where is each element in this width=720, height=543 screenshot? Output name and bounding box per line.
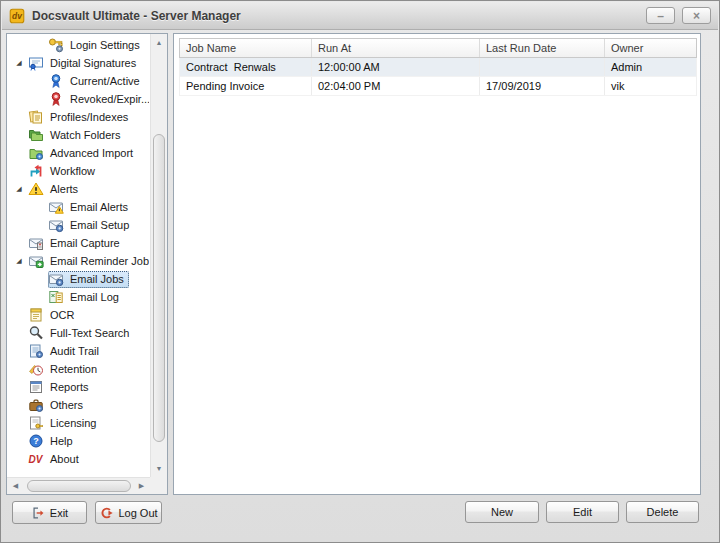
sidebar-item-label: Email Setup bbox=[68, 218, 131, 232]
sidebar-item-help[interactable]: Help bbox=[8, 432, 149, 450]
sidebar-item-audit-trail[interactable]: Audit Trail bbox=[8, 342, 149, 360]
expander-icon[interactable]: ◢ bbox=[10, 252, 28, 270]
sidebar-item-label: Login Settings bbox=[68, 38, 142, 52]
sidebar-item-body: Workflow bbox=[28, 163, 100, 180]
logout-button[interactable]: Log Out bbox=[95, 501, 162, 524]
column-header-owner[interactable]: Owner bbox=[605, 39, 696, 57]
sidebar-item-label: Alerts bbox=[48, 182, 80, 196]
vertical-scroll-thumb[interactable] bbox=[153, 134, 165, 442]
sidebar-item-body: Login Settings bbox=[48, 37, 145, 54]
title-bar: Docsvault Ultimate - Server Manager – × bbox=[2, 2, 718, 30]
scroll-up-icon[interactable]: ▲ bbox=[151, 35, 167, 50]
licensing-icon bbox=[28, 415, 44, 431]
sidebar-item-body: Email Setup bbox=[48, 217, 134, 234]
sidebar-item-label: OCR bbox=[48, 308, 76, 322]
tree-vertical-scrollbar[interactable]: ▲ ▼ bbox=[150, 34, 167, 477]
sidebar-item-full-text-search[interactable]: Full-Text Search bbox=[8, 324, 149, 342]
sidebar-item-profiles-indexes[interactable]: Profiles/Indexes bbox=[8, 108, 149, 126]
sidebar-item-about[interactable]: About bbox=[8, 450, 149, 468]
retention-icon bbox=[28, 361, 44, 377]
cell-last-run-date bbox=[480, 58, 605, 76]
sidebar-item-email-jobs[interactable]: Email Jobs bbox=[8, 270, 149, 288]
edit-button-label: Edit bbox=[573, 506, 592, 518]
scrollbar-corner bbox=[150, 477, 167, 494]
sidebar-item-body: Email Capture bbox=[28, 235, 125, 252]
sidebar-item-body: Help bbox=[28, 433, 78, 450]
sidebar-item-body: Audit Trail bbox=[28, 343, 104, 360]
column-header-job-name[interactable]: Job Name bbox=[180, 39, 312, 57]
mail-capture-icon bbox=[28, 235, 44, 251]
delete-button[interactable]: Delete bbox=[626, 501, 699, 523]
sidebar-item-label: Email Capture bbox=[48, 236, 122, 250]
sidebar-item-login-settings[interactable]: Login Settings bbox=[8, 36, 149, 54]
new-button[interactable]: New bbox=[465, 501, 539, 523]
sidebar-item-label: Reports bbox=[48, 380, 91, 394]
sidebar-item-body: Revoked/Expir... bbox=[48, 91, 149, 108]
minimize-button[interactable]: – bbox=[646, 7, 675, 24]
edit-button[interactable]: Edit bbox=[546, 501, 619, 523]
documents-icon bbox=[28, 109, 44, 125]
scroll-down-icon[interactable]: ▼ bbox=[151, 461, 167, 476]
column-header-last-run-date[interactable]: Last Run Date bbox=[480, 39, 605, 57]
close-button[interactable]: × bbox=[682, 7, 711, 24]
cell-last-run-date: 17/09/2019 bbox=[480, 77, 605, 95]
jobs-table-body: Contract Renwals12:00:00 AMAdminPending … bbox=[179, 58, 697, 96]
sidebar-item-label: Email Jobs bbox=[68, 272, 126, 286]
doc-ocr-icon bbox=[28, 307, 44, 323]
certificate-icon bbox=[28, 55, 44, 71]
sidebar-item-email-setup[interactable]: Email Setup bbox=[8, 216, 149, 234]
sidebar-item-body: Email Alerts bbox=[48, 199, 133, 216]
sidebar-item-body: Retention bbox=[28, 361, 102, 378]
window-controls: – × bbox=[646, 7, 718, 24]
sidebar-item-revoked-expir[interactable]: Revoked/Expir... bbox=[8, 90, 149, 108]
expander-icon[interactable]: ◢ bbox=[10, 54, 28, 72]
table-row[interactable]: Pending Invoice02:04:00 PM17/09/2019vik bbox=[180, 77, 696, 96]
sidebar-item-licensing[interactable]: Licensing bbox=[8, 414, 149, 432]
scroll-left-icon[interactable]: ◀ bbox=[8, 478, 23, 494]
new-button-label: New bbox=[491, 506, 513, 518]
sidebar-item-watch-folders[interactable]: Watch Folders bbox=[8, 126, 149, 144]
sidebar-item-advanced-import[interactable]: Advanced Import bbox=[8, 144, 149, 162]
scroll-right-icon[interactable]: ▶ bbox=[134, 478, 149, 494]
sidebar-tree: Login Settings◢Digital SignaturesCurrent… bbox=[8, 35, 149, 476]
jobs-table-header: Job NameRun AtLast Run DateOwner bbox=[179, 38, 697, 58]
cell-job-name: Pending Invoice bbox=[180, 77, 312, 95]
sidebar-item-workflow[interactable]: Workflow bbox=[8, 162, 149, 180]
logout-icon bbox=[99, 506, 113, 520]
sidebar-item-ocr[interactable]: OCR bbox=[8, 306, 149, 324]
sidebar-item-label: Licensing bbox=[48, 416, 98, 430]
help-icon bbox=[28, 433, 44, 449]
sidebar-item-body: Current/Active bbox=[48, 73, 145, 90]
cell-run-at: 02:04:00 PM bbox=[312, 77, 480, 95]
minimize-icon: – bbox=[657, 10, 664, 22]
column-header-run-at[interactable]: Run At bbox=[312, 39, 480, 57]
sidebar-item-body: Alerts bbox=[28, 181, 83, 198]
folders-icon bbox=[28, 127, 44, 143]
delete-button-label: Delete bbox=[647, 506, 679, 518]
sidebar-item-reports[interactable]: Reports bbox=[8, 378, 149, 396]
sidebar-item-retention[interactable]: Retention bbox=[8, 360, 149, 378]
table-row[interactable]: Contract Renwals12:00:00 AMAdmin bbox=[180, 58, 696, 77]
sidebar-item-alerts[interactable]: ◢Alerts bbox=[8, 180, 149, 198]
sidebar-item-email-alerts[interactable]: Email Alerts bbox=[8, 198, 149, 216]
exit-button[interactable]: Exit bbox=[12, 501, 87, 524]
sidebar-item-email-reminder-jobs[interactable]: ◢Email Reminder Jobs bbox=[8, 252, 149, 270]
sidebar-item-email-capture[interactable]: Email Capture bbox=[8, 234, 149, 252]
workflow-icon bbox=[28, 163, 44, 179]
mail-gear-icon bbox=[48, 271, 64, 287]
sidebar-item-body: Email Jobs bbox=[48, 271, 129, 288]
expander-icon[interactable]: ◢ bbox=[10, 180, 28, 198]
sidebar-item-current-active[interactable]: Current/Active bbox=[8, 72, 149, 90]
horizontal-scroll-thumb[interactable] bbox=[27, 480, 131, 492]
sidebar-item-label: Email Alerts bbox=[68, 200, 130, 214]
close-icon: × bbox=[693, 10, 700, 22]
sidebar-item-others[interactable]: Others bbox=[8, 396, 149, 414]
logout-button-label: Log Out bbox=[118, 507, 157, 519]
cell-run-at: 12:00:00 AM bbox=[312, 58, 480, 76]
sidebar-item-email-log[interactable]: Email Log bbox=[8, 288, 149, 306]
mail-warning-icon bbox=[48, 199, 64, 215]
doc-gear-icon bbox=[28, 343, 44, 359]
tree-horizontal-scrollbar[interactable]: ◀ ▶ bbox=[7, 477, 150, 494]
sidebar-item-digital-signatures[interactable]: ◢Digital Signatures bbox=[8, 54, 149, 72]
mail-log-icon bbox=[48, 289, 64, 305]
